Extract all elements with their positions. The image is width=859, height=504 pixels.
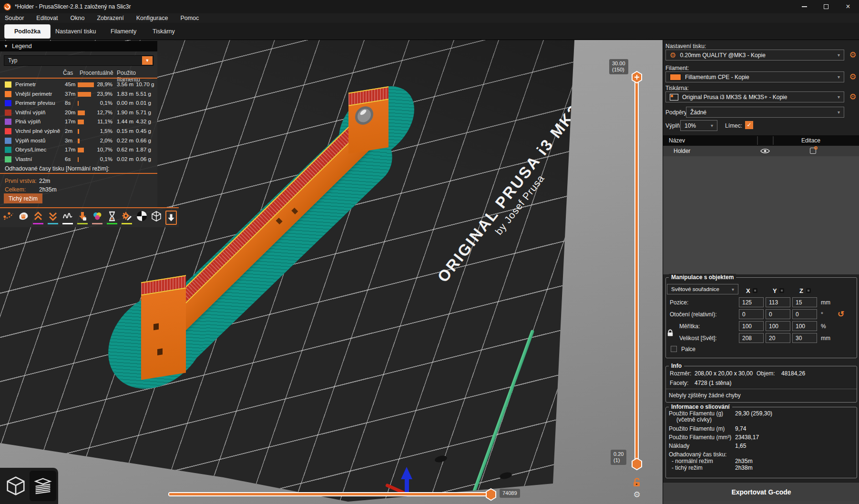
axis-z-indicator [405,478,409,504]
info-title: Info [669,363,684,369]
value-x-field[interactable] [739,297,764,307]
model-hole [276,218,283,224]
supports-value: Žádné [690,109,706,116]
col-time: Čas [63,70,73,76]
inches-checkbox[interactable] [671,346,677,352]
viewport-3d[interactable]: ORIGINAL PRUSA i3 MK3 by Josef Prusa [0,40,663,504]
tab[interactable]: Tiskárny [143,25,184,38]
travels-icon[interactable] [3,210,14,225]
move-slider-handle[interactable] [485,488,497,501]
axis-x-lock-icon[interactable] [753,288,757,293]
reset-rotation-icon[interactable]: ↺ [838,309,844,319]
tab[interactable]: Filamenty [101,25,146,38]
custom-gcodes-icon[interactable] [121,210,133,225]
window-controls: × [793,0,859,13]
coord-system-dropdown[interactable]: Světové souřadnice ▾ [667,284,738,294]
feature-weight: 0.45 g [136,128,151,134]
center-of-mass-icon[interactable] [136,210,147,225]
printer-gear-button[interactable]: ⚙ [848,92,858,102]
menu-item[interactable]: Pomoc [180,15,199,21]
minimize-button[interactable] [793,0,815,13]
brim-checkbox[interactable]: ✓ [745,121,753,129]
feature-percent: 1,5% [85,128,112,134]
unit-label: % [821,323,826,330]
legend-header[interactable]: ▼ Legend [0,41,157,51]
eye-icon[interactable] [760,148,770,156]
time-header: Odhadovaný čas tisku: [669,451,726,458]
chevron-down-icon: ▾ [838,94,840,100]
export-gcode-button[interactable]: Exportovat G-code [731,488,791,496]
legend-color-swatch [5,147,11,153]
printer-dropdown[interactable]: Original Prusa i3 MK3S & MK3S+ - Kopie ▾ [665,91,844,102]
axis-z-lock-icon[interactable] [806,288,811,293]
dropdown-arrow-icon[interactable]: ▼ [142,56,153,65]
tab[interactable]: Nastavení tisku [46,25,105,38]
tab[interactable]: Podložka [5,25,50,38]
unit-label: mm [821,299,830,306]
infill-value: 10% [685,122,696,129]
feature-label: Vlastní [15,156,32,162]
edit-object-icon[interactable] [810,148,816,154]
chevron-down-icon: ▾ [732,287,734,292]
feature-time: 37m [65,91,75,97]
value-z-field[interactable] [792,309,817,319]
value-x-field[interactable] [739,321,764,331]
editor-view-button[interactable] [2,471,29,501]
infill-dropdown[interactable]: 10% ▾ [680,120,717,131]
model-tower-right[interactable] [348,86,389,153]
axis-z-header: Z [799,287,803,294]
layer-slider-handle-bottom[interactable] [631,457,643,471]
feature-length: 1.44 m [117,119,133,124]
object-row[interactable]: Holder [663,146,859,156]
print-settings-label: Nastavení tisku: [665,43,706,50]
scale-lock-icon[interactable] [667,329,674,338]
filament-dropdown[interactable]: Fillamentum CPE - Kopie ▾ [665,71,844,82]
layer-slider-handle-top[interactable] [631,71,643,84]
slider-lock-icon[interactable] [632,477,642,488]
legend-type-dropdown[interactable]: Typ ▼ [4,55,153,66]
minimize-icon [802,6,807,7]
feature-label: Perimetr převisu [15,100,55,106]
preview-view-button[interactable] [30,471,56,501]
feature-percent: 0,1% [85,156,112,162]
pause-prints-icon[interactable] [106,210,118,225]
volume-value: 48184,26 [781,370,805,377]
value-y-field[interactable] [766,297,790,307]
manipulation-row-label: Otočení (relativní): [670,311,717,318]
value-z-field[interactable] [792,333,817,343]
wipe-icon[interactable] [18,210,29,225]
legend-toggle-icon[interactable] [165,211,177,225]
menu-item[interactable]: Soubor [5,15,24,21]
model-hole [291,208,298,214]
filament-gear-button[interactable]: ⚙ [848,72,858,82]
print-settings-dropdown[interactable]: ⚙ 0.20mm QUALITY @MK3 - Kopie ▾ [665,50,844,60]
supports-dropdown[interactable]: Žádné ▾ [686,107,844,118]
value-x-field[interactable] [739,309,764,319]
value-y-field[interactable] [766,321,790,331]
color-changes-icon[interactable] [92,210,103,225]
menu-item[interactable]: Editovat [36,15,58,21]
facets-value: 4728 (1 stěna) [695,380,731,386]
value-z-field[interactable] [792,297,817,307]
menu-item[interactable]: Konfigurace [136,15,168,21]
value-y-field[interactable] [766,309,790,319]
model-tower-left[interactable] [141,275,186,380]
seams-icon[interactable] [62,210,73,225]
menu-item[interactable]: Okno [70,15,84,21]
axis-y-lock-icon[interactable] [779,288,784,293]
value-z-field[interactable] [792,321,817,331]
tool-changes-icon[interactable] [77,210,88,225]
slider-settings-gear-icon[interactable]: ⚙ [632,490,642,500]
close-button[interactable]: × [837,0,859,13]
deretractions-icon[interactable] [47,210,59,225]
maximize-button[interactable] [815,0,837,13]
object-list-area[interactable] [663,156,859,274]
menu-item[interactable]: Zobrazení [97,15,123,21]
print-settings-gear-button[interactable]: ⚙ [848,50,858,60]
shells-icon[interactable] [151,210,162,225]
value-x-field[interactable] [739,333,764,343]
value-y-field[interactable] [766,333,790,343]
percent-bar [78,148,84,152]
stealth-mode-button[interactable]: Tichý režim [4,193,42,203]
retractions-icon[interactable] [32,210,44,225]
